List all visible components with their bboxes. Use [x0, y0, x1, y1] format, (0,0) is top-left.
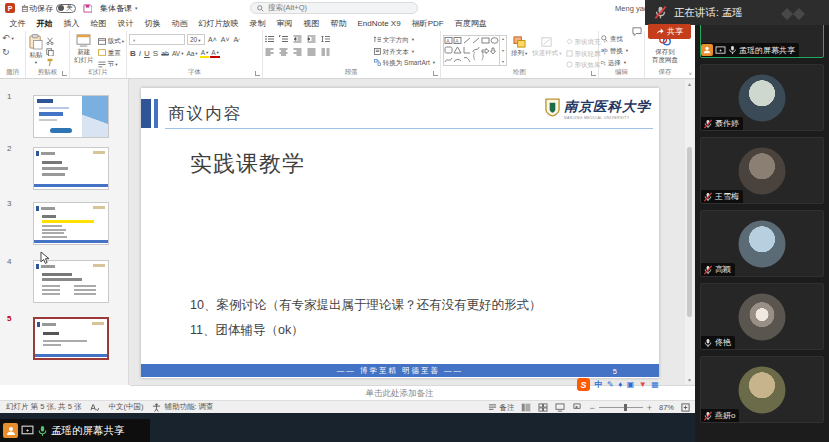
zoom-percentage[interactable]: 87% — [659, 403, 674, 412]
underline-button[interactable]: U — [143, 49, 151, 58]
notes-toggle-button[interactable]: 备注 — [488, 403, 514, 413]
ime-mic-icon[interactable]: ♦ — [618, 380, 622, 389]
clear-formatting-button[interactable]: A̷ — [233, 36, 240, 43]
tab-transitions[interactable]: 切换 — [139, 16, 166, 31]
layout-button[interactable]: 版式 — [98, 36, 124, 47]
tab-animations[interactable]: 动画 — [166, 16, 193, 31]
ime-emoji-icon[interactable]: ▣ — [627, 380, 635, 389]
normal-view-icon[interactable] — [521, 403, 531, 412]
tab-design[interactable]: 设计 — [112, 16, 139, 31]
tab-draw[interactable]: 绘图 — [85, 16, 112, 31]
spellcheck-icon[interactable] — [90, 403, 99, 412]
italic-button[interactable]: I — [138, 49, 142, 58]
align-text-button[interactable]: 对齐文本 — [374, 47, 435, 57]
tab-endnote[interactable]: EndNote X9 — [352, 16, 406, 31]
quick-styles-button[interactable]: 快速样式 — [531, 34, 562, 67]
fit-to-window-icon[interactable] — [681, 403, 690, 412]
slide-title[interactable]: 商议内容 — [168, 103, 242, 125]
font-name-combo[interactable] — [129, 34, 185, 45]
ime-toolbar[interactable]: S 中 ✎ ♦ ▣ ▼ ▦ — [574, 377, 695, 392]
participant-tile[interactable]: 王雪梅 — [700, 137, 824, 204]
tab-home[interactable]: 开始 — [31, 16, 58, 31]
collapse-ribbon-chevron[interactable]: ˅ — [689, 71, 692, 77]
slide-thumbnail-1[interactable] — [33, 95, 109, 138]
autosave-control[interactable]: 自动保存 关 — [21, 3, 76, 14]
new-slide-button[interactable]: 新建 幻灯片 — [72, 34, 96, 67]
shapes-gallery-scroll[interactable]: ▲▼▼ — [500, 35, 507, 66]
increase-indent-button[interactable] — [307, 35, 316, 43]
align-right-button[interactable] — [293, 48, 302, 56]
comments-icon[interactable] — [632, 27, 642, 36]
numbering-button[interactable] — [279, 35, 288, 43]
char-spacing-button[interactable]: AV — [171, 50, 184, 57]
arrange-button[interactable]: 排列 — [510, 34, 528, 67]
font-color-button[interactable]: A — [210, 49, 220, 58]
shapes-gallery[interactable]: A A — [443, 35, 500, 66]
grow-font-button[interactable]: A˄ — [207, 36, 218, 43]
smartart-button[interactable]: 转换为 SmartArt — [374, 58, 435, 68]
tab-baidu-netdisk[interactable]: 百度网盘 — [449, 16, 492, 31]
tab-foxit-pdf[interactable]: 福昕PDF — [406, 16, 449, 31]
drawing-dialog-launcher[interactable] — [591, 71, 596, 76]
slide-canvas[interactable]: 商议内容 南京医科大学 NANJING MEDICAL UNIVERSITY 实… — [141, 88, 659, 378]
zoom-slider[interactable]: − + — [589, 403, 652, 413]
slide-thumbnail-5[interactable] — [33, 317, 109, 360]
decrease-indent-button[interactable] — [293, 35, 302, 43]
columns-button[interactable] — [321, 48, 330, 56]
tab-insert[interactable]: 插入 — [58, 16, 85, 31]
slide-thumbnail-2[interactable] — [33, 147, 109, 190]
justify-button[interactable] — [307, 48, 316, 56]
save-icon[interactable] — [83, 4, 92, 13]
slide-sorter-icon[interactable] — [538, 403, 548, 412]
tab-view[interactable]: 视图 — [298, 16, 325, 31]
ime-skin-icon[interactable]: ▼ — [639, 380, 647, 389]
font-size-combo[interactable]: 20 — [187, 34, 205, 45]
search-input[interactable]: 搜索(Alt+Q) — [250, 2, 418, 14]
line-spacing-button[interactable] — [321, 35, 330, 43]
screen-share-banner[interactable]: 孟瑶的屏幕共享 — [0, 419, 150, 442]
participant-tile[interactable]: 聂作婷 — [700, 64, 824, 131]
font-dialog-launcher[interactable] — [255, 71, 260, 76]
cut-icon[interactable] — [46, 37, 54, 45]
format-painter-icon[interactable] — [46, 58, 54, 66]
bullets-button[interactable] — [265, 35, 274, 43]
paste-button[interactable]: 粘贴▾ — [28, 34, 44, 67]
accessibility-status[interactable]: 辅助功能: 调查 — [152, 402, 213, 412]
slideshow-view-icon[interactable] — [572, 403, 582, 412]
reset-button[interactable]: 重置 — [98, 48, 124, 58]
autosave-toggle[interactable]: 关 — [56, 4, 76, 13]
slide-bullet-item[interactable]: 10、案例讨论（有专家提出属于理论课？还有没有更好的形式） — [190, 297, 541, 314]
replace-button[interactable]: ab替换 — [601, 46, 642, 56]
language-status[interactable]: 中文(中国) — [108, 402, 143, 412]
tab-record[interactable]: 录制 — [244, 16, 271, 31]
shrink-font-button[interactable]: A˅ — [220, 36, 231, 43]
align-center-button[interactable] — [279, 48, 288, 56]
participant-tile[interactable]: 佟艳 — [700, 283, 824, 350]
change-case-button[interactable]: Aa — [185, 50, 198, 57]
ime-language-icon[interactable]: 中 — [595, 379, 603, 390]
tab-file[interactable]: 文件 — [4, 16, 31, 31]
ime-pen-icon[interactable]: ✎ — [607, 380, 614, 389]
align-left-button[interactable] — [265, 48, 274, 56]
slide-bullet-item[interactable]: 11、团体辅导（ok） — [190, 322, 304, 339]
tab-review[interactable]: 审阅 — [271, 16, 298, 31]
highlight-color-button[interactable]: A — [200, 49, 210, 58]
redo-button[interactable]: ↻ — [2, 48, 23, 58]
tab-help[interactable]: 帮助 — [325, 16, 352, 31]
slide-heading[interactable]: 实践课教学 — [190, 149, 305, 179]
slide-thumbnail-3[interactable] — [33, 202, 109, 245]
document-title[interactable]: 集体备课▾ — [100, 3, 138, 14]
strikethrough-button[interactable]: ab — [160, 50, 170, 57]
clipboard-dialog-launcher[interactable] — [62, 71, 67, 76]
bold-button[interactable]: B — [129, 49, 137, 58]
participant-tile[interactable]: 高颖 — [700, 210, 824, 277]
shadow-button[interactable]: S — [152, 49, 159, 58]
reading-view-icon[interactable] — [555, 403, 565, 412]
select-button[interactable]: ▻选择 — [601, 58, 642, 68]
participant-tile[interactable]: 燕妍o — [700, 356, 824, 423]
tab-slideshow[interactable]: 幻灯片放映 — [193, 16, 244, 31]
vertical-scrollbar[interactable]: ▲▼ — [685, 80, 694, 384]
sogou-ime-icon[interactable]: S — [577, 378, 590, 391]
share-button[interactable]: 共享 — [648, 24, 691, 39]
undo-button[interactable]: ↶▾ — [2, 34, 23, 44]
